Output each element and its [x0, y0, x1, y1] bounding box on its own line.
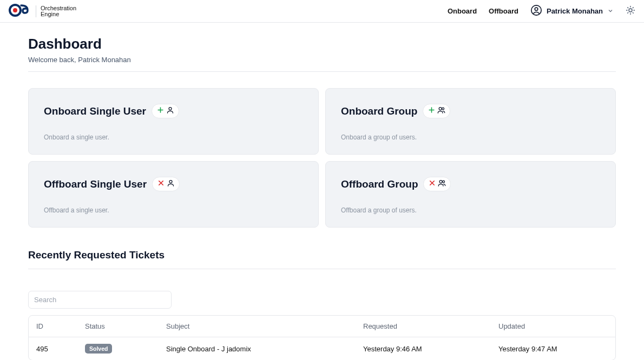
- card-onboard-group[interactable]: Onboard Group Onboard a group of users.: [325, 88, 616, 155]
- card-badge: [152, 177, 180, 191]
- main-content: Dashboard Welcome back, Patrick Monahan …: [0, 23, 644, 360]
- card-title: Offboard Group: [341, 178, 418, 190]
- x-icon: [157, 179, 165, 189]
- header-right: Onboard Offboard Patrick Monahan: [448, 4, 635, 18]
- nav-onboard[interactable]: Onboard: [448, 7, 477, 15]
- search-wrap: [28, 291, 616, 309]
- user-circle-icon: [530, 4, 542, 18]
- cell-requested: Yesterday 9:46 AM: [356, 337, 491, 360]
- users-icon: [438, 179, 446, 189]
- card-badge: [423, 104, 450, 118]
- cell-updated: Yesterday 9:47 AM: [491, 337, 615, 360]
- action-cards: Onboard Single User Onboard a single use…: [28, 88, 616, 228]
- card-description: Onboard a group of users.: [341, 134, 600, 141]
- app-header: Orchestration Engine Onboard Offboard Pa…: [0, 0, 644, 23]
- user-icon: [167, 179, 175, 189]
- card-offboard-group[interactable]: Offboard Group Offboard a group of users…: [325, 161, 616, 228]
- cell-status: Solved: [77, 337, 159, 360]
- card-badge: [423, 177, 451, 191]
- svg-point-4: [629, 9, 632, 12]
- svg-point-18: [439, 108, 442, 110]
- users-icon: [437, 106, 445, 116]
- plus-icon: [428, 106, 436, 116]
- table-header-row: ID Status Subject Requested Updated: [29, 316, 615, 337]
- card-title: Offboard Single User: [44, 178, 147, 190]
- app-logo[interactable]: Orchestration Engine: [9, 4, 76, 19]
- card-onboard-single[interactable]: Onboard Single User Onboard a single use…: [28, 88, 319, 155]
- sun-icon: [626, 5, 635, 17]
- svg-point-26: [443, 181, 445, 183]
- card-description: Onboard a single user.: [44, 134, 303, 141]
- page-subtitle: Welcome back, Patrick Monahan: [28, 56, 616, 64]
- page-title: Dashboard: [28, 36, 616, 52]
- x-icon: [428, 179, 436, 189]
- svg-point-22: [169, 181, 172, 183]
- cell-subject: Single Onboard - J jadomix: [159, 337, 356, 360]
- logo-mark-icon: [9, 4, 32, 19]
- svg-point-1: [13, 8, 17, 12]
- table-row[interactable]: 495 Solved Single Onboard - J jadomix Ye…: [29, 337, 615, 360]
- user-icon: [166, 106, 174, 116]
- plus-icon: [156, 106, 165, 116]
- svg-point-15: [169, 108, 172, 110]
- col-requested: Requested: [356, 316, 491, 337]
- col-updated: Updated: [491, 316, 615, 337]
- theme-toggle[interactable]: [626, 5, 635, 17]
- card-description: Offboard a group of users.: [341, 206, 600, 214]
- svg-point-3: [535, 7, 538, 10]
- card-title: Onboard Single User: [44, 105, 146, 117]
- svg-point-25: [440, 181, 443, 183]
- header-left: Orchestration Engine: [9, 4, 76, 19]
- divider: [28, 71, 616, 72]
- svg-line-7: [628, 7, 628, 8]
- svg-line-11: [628, 12, 628, 13]
- card-badge: [152, 104, 179, 118]
- col-status: Status: [77, 316, 159, 337]
- svg-line-12: [633, 7, 633, 8]
- svg-line-8: [633, 12, 633, 13]
- svg-point-19: [442, 108, 444, 110]
- col-id: ID: [29, 316, 77, 337]
- cell-id: 495: [29, 337, 77, 360]
- tickets-table: ID Status Subject Requested Updated 495 …: [28, 315, 616, 360]
- card-title: Onboard Group: [341, 105, 417, 117]
- user-menu[interactable]: Patrick Monahan: [530, 4, 614, 18]
- col-subject: Subject: [159, 316, 356, 337]
- card-offboard-single[interactable]: Offboard Single User Offboard a single u…: [28, 161, 319, 228]
- divider: [28, 269, 616, 269]
- card-description: Offboard a single user.: [44, 206, 303, 214]
- search-input[interactable]: [28, 291, 172, 309]
- chevron-down-icon: [607, 6, 614, 16]
- tickets-section-title: Recently Requested Tickets: [28, 249, 616, 261]
- status-badge: Solved: [85, 344, 112, 354]
- nav-offboard[interactable]: Offboard: [489, 7, 518, 15]
- user-name: Patrick Monahan: [547, 7, 603, 15]
- logo-text: Orchestration Engine: [36, 5, 76, 17]
